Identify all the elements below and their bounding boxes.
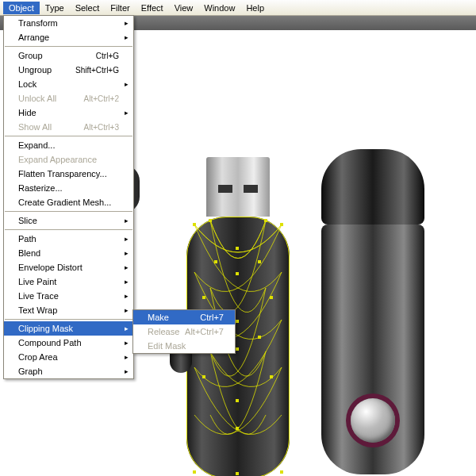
menu-item-show-all: Show AllAlt+Ctrl+3 xyxy=(4,120,133,134)
svg-rect-0 xyxy=(193,223,196,226)
svg-rect-1 xyxy=(280,223,283,226)
menu-effect[interactable]: Effect xyxy=(136,2,169,14)
menubar: Object Type Select Filter Effect View Wi… xyxy=(0,0,476,16)
menu-object[interactable]: Object xyxy=(3,2,40,14)
svg-rect-8 xyxy=(202,296,205,299)
svg-rect-7 xyxy=(258,260,261,263)
svg-rect-14 xyxy=(202,375,205,378)
menu-item-group[interactable]: GroupCtrl+G xyxy=(4,48,133,63)
menu-item-path[interactable]: Path xyxy=(4,232,133,246)
submenu-item-release: ReleaseAlt+Ctrl+7 xyxy=(133,324,235,339)
usb-cap xyxy=(321,149,424,225)
svg-rect-17 xyxy=(236,427,239,430)
menu-item-text-wrap[interactable]: Text Wrap xyxy=(4,303,133,317)
menu-item-expand-appearance: Expand Appearance xyxy=(4,152,133,167)
menu-filter[interactable]: Filter xyxy=(105,2,135,14)
menu-item-crop-area[interactable]: Crop Area xyxy=(4,350,133,364)
svg-rect-18 xyxy=(193,470,196,474)
usb-button xyxy=(351,398,395,443)
menu-help[interactable]: Help xyxy=(240,2,270,14)
usb-connector xyxy=(206,157,270,217)
menu-item-live-paint[interactable]: Live Paint xyxy=(4,274,133,289)
menu-item-graph[interactable]: Graph xyxy=(4,364,133,378)
usb-body-2 xyxy=(321,225,424,474)
menu-item-create-gradient-mesh-[interactable]: Create Gradient Mesh... xyxy=(4,195,133,209)
object-menu-dropdown: TransformArrangeGroupCtrl+GUngroupShift+… xyxy=(3,15,134,379)
menu-item-blend[interactable]: Blend xyxy=(4,246,133,260)
clipping-mask-submenu: MakeCtrl+7ReleaseAlt+Ctrl+7Edit Mask xyxy=(132,309,236,354)
menu-type[interactable]: Type xyxy=(40,2,70,14)
svg-rect-13 xyxy=(258,336,261,339)
menu-item-flatten-transparency-[interactable]: Flatten Transparency... xyxy=(4,167,133,181)
menu-item-compound-path[interactable]: Compound Path xyxy=(4,336,133,350)
menu-item-slice[interactable]: Slice xyxy=(4,213,133,228)
menu-item-ungroup[interactable]: UngroupShift+Ctrl+G xyxy=(4,63,133,77)
usb-drive-closed xyxy=(321,149,424,474)
submenu-item-edit-mask: Edit Mask xyxy=(133,339,235,353)
menu-item-lock[interactable]: Lock xyxy=(4,77,133,91)
menu-item-rasterize-[interactable]: Rasterize... xyxy=(4,181,133,195)
svg-rect-3 xyxy=(264,219,267,222)
menu-item-transform[interactable]: Transform xyxy=(4,16,133,30)
svg-rect-2 xyxy=(209,219,212,222)
menu-item-unlock-all: Unlock AllAlt+Ctrl+2 xyxy=(4,91,133,106)
menu-item-expand-[interactable]: Expand... xyxy=(4,138,133,152)
menu-window[interactable]: Window xyxy=(198,2,240,14)
svg-rect-20 xyxy=(236,472,239,475)
menu-view[interactable]: View xyxy=(169,2,199,14)
menu-item-clipping-mask[interactable]: Clipping Mask xyxy=(4,321,133,336)
svg-rect-10 xyxy=(236,320,239,323)
svg-rect-5 xyxy=(236,272,239,275)
menu-item-envelope-distort[interactable]: Envelope Distort xyxy=(4,260,133,274)
menu-select[interactable]: Select xyxy=(70,2,106,14)
menu-item-hide[interactable]: Hide xyxy=(4,106,133,120)
svg-rect-6 xyxy=(214,260,217,263)
svg-rect-9 xyxy=(270,296,273,299)
svg-rect-16 xyxy=(236,399,239,402)
svg-rect-19 xyxy=(280,470,283,474)
menu-item-live-trace[interactable]: Live Trace xyxy=(4,289,133,303)
svg-rect-11 xyxy=(236,347,239,351)
submenu-item-make[interactable]: MakeCtrl+7 xyxy=(133,310,235,324)
svg-rect-4 xyxy=(236,247,239,250)
menu-item-arrange[interactable]: Arrange xyxy=(4,30,133,44)
svg-rect-15 xyxy=(270,375,273,378)
